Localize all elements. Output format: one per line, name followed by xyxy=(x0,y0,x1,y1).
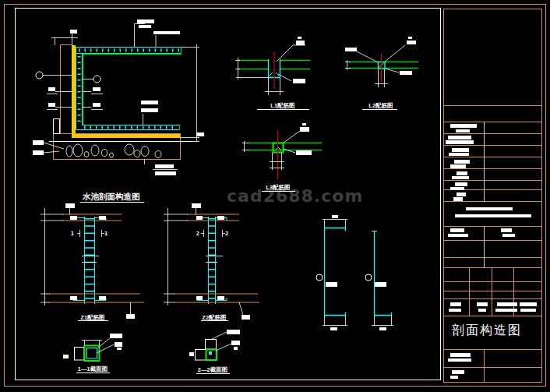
section-number-right: 1 xyxy=(104,231,108,237)
dim-top xyxy=(82,341,102,346)
bar-mark-bubble-right xyxy=(365,274,372,281)
stone xyxy=(141,147,149,157)
footing-step xyxy=(54,119,60,134)
label-blob xyxy=(231,341,240,345)
label-blob xyxy=(450,302,461,306)
bar-mark-bubble-left xyxy=(316,274,323,281)
dim-below xyxy=(270,153,284,170)
wall-rebar-lines xyxy=(76,48,83,130)
dim-bottom-left-channel xyxy=(323,316,347,326)
label-blob xyxy=(296,150,312,155)
label-blob xyxy=(196,132,204,136)
label-blob xyxy=(452,148,469,152)
label-blob xyxy=(446,140,474,144)
label-blob xyxy=(293,79,305,83)
label-blob xyxy=(450,164,466,168)
label-blob xyxy=(141,101,158,104)
label-blob xyxy=(99,296,106,300)
label-blob xyxy=(139,25,151,28)
axis-bubble-inner xyxy=(93,76,100,83)
label-blob xyxy=(379,327,386,330)
detail-l1: L1配筋图 xyxy=(235,37,310,110)
section-number-left: 2 xyxy=(196,231,199,237)
leader-1 xyxy=(212,332,227,339)
detail-caption: 2—2截面图 xyxy=(198,366,227,373)
label-blob xyxy=(110,334,122,338)
label-blob xyxy=(93,103,100,107)
label-blob xyxy=(234,347,238,350)
label-blob xyxy=(407,41,416,44)
leader-right xyxy=(284,149,295,153)
label-blob xyxy=(375,282,386,287)
label-blob xyxy=(70,296,77,300)
section-2-2-detail: 2—2截面图 xyxy=(189,330,240,374)
label-blob xyxy=(501,228,512,232)
label-blob xyxy=(520,302,537,306)
label-blob xyxy=(70,216,77,220)
watermark-text: cad2688.com xyxy=(227,186,363,206)
label-blob xyxy=(141,108,158,112)
stone xyxy=(134,150,140,157)
cad-canvas: cad2688.com xyxy=(0,0,550,392)
label-blob xyxy=(189,352,194,356)
section-number-left: 1 xyxy=(71,231,74,237)
stone xyxy=(73,144,83,157)
section-1-1-detail: 1—1截面图 xyxy=(63,334,122,373)
label-blob xyxy=(520,309,536,312)
label-blob xyxy=(153,31,180,34)
rebar-hooks xyxy=(73,218,106,301)
label-blob xyxy=(48,87,55,91)
wall-waterproof-layer-horizontal xyxy=(72,134,180,138)
column-z2-detail: 2 2 Z2配筋图 xyxy=(164,203,259,321)
bottom-slab-lines xyxy=(49,294,144,302)
label-blob xyxy=(466,207,513,210)
wall-outer-face-line xyxy=(61,45,72,134)
dim-right-chain xyxy=(180,44,199,142)
dim-bottom-right-channel xyxy=(372,316,393,326)
detail-caption: L1配筋图 xyxy=(270,102,294,109)
dim-box-left xyxy=(196,350,206,361)
label-blob xyxy=(448,136,471,139)
label-blob xyxy=(452,176,469,179)
leader-left xyxy=(357,51,378,62)
label-blob xyxy=(217,216,224,220)
stone xyxy=(91,145,99,156)
label-blob xyxy=(298,37,301,39)
dim-left xyxy=(242,141,249,152)
detail-caption: 1—1截面图 xyxy=(78,366,108,373)
label-blob xyxy=(450,228,464,232)
label-blob xyxy=(495,309,517,312)
label-blob xyxy=(455,214,531,217)
label-blob xyxy=(93,87,100,91)
stone xyxy=(102,150,108,157)
label-blob xyxy=(450,187,464,190)
leader-topright xyxy=(385,45,405,62)
label-blob xyxy=(227,330,240,334)
label-blob xyxy=(450,376,458,379)
label-blob xyxy=(70,30,77,34)
leader-right xyxy=(385,69,399,72)
section-number-right: 2 xyxy=(225,231,228,237)
label-blob xyxy=(300,127,309,132)
label-blob xyxy=(33,140,44,145)
channel-bar-right xyxy=(375,231,392,316)
label-blob xyxy=(457,192,466,196)
label-blob xyxy=(65,203,75,208)
axis-bubble-left xyxy=(36,72,43,79)
cad-drawing: cad2688.com xyxy=(0,0,550,392)
label-blob xyxy=(326,282,337,287)
label-blob xyxy=(408,37,412,39)
label-blob xyxy=(192,203,201,208)
label-blob xyxy=(155,171,176,175)
dim-box xyxy=(75,348,85,361)
leader-top xyxy=(277,45,305,62)
label-blob xyxy=(455,182,467,186)
channel-bar-left xyxy=(325,228,346,316)
leader xyxy=(239,302,243,315)
label-blob xyxy=(117,348,122,350)
title-block: 剖面构造图 xyxy=(444,106,542,383)
label-blob xyxy=(400,71,412,75)
detail-caption: L3配筋图 xyxy=(266,184,290,191)
rebar-dot xyxy=(209,351,212,355)
leader-topright xyxy=(284,131,300,143)
